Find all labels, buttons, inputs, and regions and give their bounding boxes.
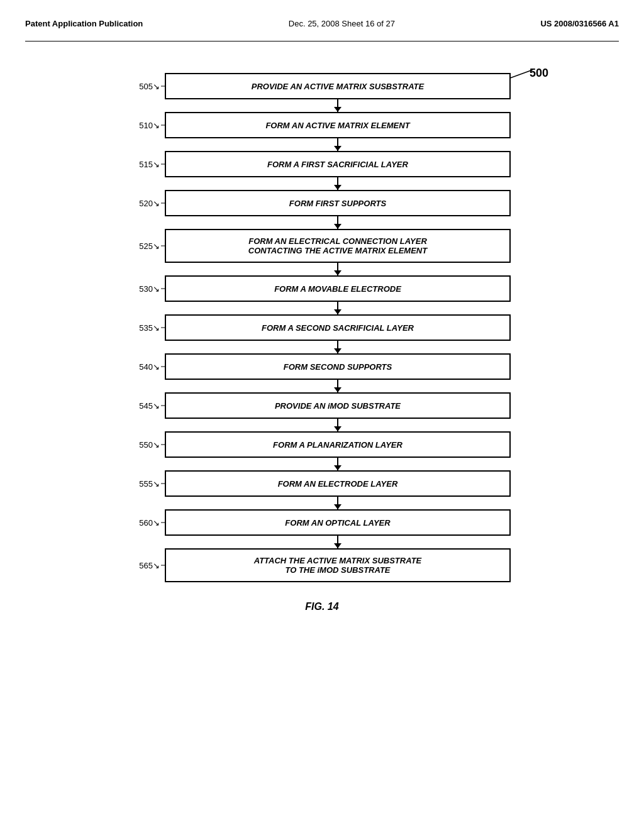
step-box-540: FORM SECOND SUPPORTS [165, 353, 511, 380]
step-box-545: PROVIDE AN iMOD SUBSTRATE [165, 392, 511, 419]
arrow-9 [133, 458, 511, 470]
step-number-560: 560↘ [133, 518, 165, 528]
page-header: Patent Application Publication Dec. 25, … [25, 13, 619, 42]
arrow-line-6 [337, 341, 338, 353]
flow-row-530: 530↘ FORM A MOVABLE ELECTRODE [133, 275, 511, 302]
arrow-line-2 [337, 177, 338, 190]
flow-row-560: 560↘ FORM AN OPTICAL LAYER [133, 509, 511, 536]
arrow-8 [133, 419, 511, 431]
flow-row-510: 510↘ FORM AN ACTIVE MATRIX ELEMENT [133, 112, 511, 138]
step-number-530: 530↘ [133, 284, 165, 294]
step-box-560: FORM AN OPTICAL LAYER [165, 509, 511, 536]
arrow-4 [133, 263, 511, 275]
step-number-525: 525↘ [133, 241, 165, 251]
step-box-555: FORM AN ELECTRODE LAYER [165, 470, 511, 497]
step-565-line2: TO THE iMOD SUBSTRATE [285, 565, 390, 575]
step-number-505: 505↘ [133, 82, 165, 91]
step-box-510: FORM AN ACTIVE MATRIX ELEMENT [165, 112, 511, 138]
flow-row-555: 555↘ FORM AN ELECTRODE LAYER [133, 470, 511, 497]
flow-row-565: 565↘ ATTACH THE ACTIVE MATRIX SUBSTRATE … [133, 548, 511, 582]
diagram-ref-number: 500 [530, 67, 548, 80]
step-box-520: FORM FIRST SUPPORTS [165, 190, 511, 216]
step-number-540: 540↘ [133, 362, 165, 372]
step-565-line1: ATTACH THE ACTIVE MATRIX SUBSTRATE [254, 556, 422, 565]
arrow-line-11 [337, 536, 338, 548]
arrow-line-1 [337, 138, 338, 151]
step-number-520: 520↘ [133, 199, 165, 208]
arrow-5 [133, 302, 511, 314]
arrow-1 [133, 138, 511, 151]
step-box-565: ATTACH THE ACTIVE MATRIX SUBSTRATE TO TH… [165, 548, 511, 582]
step-number-515: 515↘ [133, 160, 165, 169]
flow-row-540: 540↘ FORM SECOND SUPPORTS [133, 353, 511, 380]
flow-row-505: 505↘ PROVIDE AN ACTIVE MATRIX SUSBSTRATE [133, 73, 511, 99]
arrow-line-5 [337, 302, 338, 314]
step-number-545: 545↘ [133, 401, 165, 411]
flow-row-515: 515↘ FORM A FIRST SACRIFICIAL LAYER [133, 151, 511, 177]
arrow-line-7 [337, 380, 338, 392]
arrow-0 [133, 99, 511, 112]
step-box-535: FORM A SECOND SACRIFICIAL LAYER [165, 314, 511, 341]
fig-label: FIG. 14 [305, 601, 338, 612]
arrow-2 [133, 177, 511, 190]
step-number-555: 555↘ [133, 479, 165, 489]
step-525-line1: FORM AN ELECTRICAL CONNECTION LAYER [248, 236, 427, 246]
diagram-container: 500 505↘ PROVIDE AN ACTIVE MATRIX SUSBST… [25, 60, 619, 625]
arrow-line-4 [337, 263, 338, 275]
arrow-line-8 [337, 419, 338, 431]
step-number-510: 510↘ [133, 121, 165, 130]
arrow-line-3 [337, 216, 338, 229]
header-publication-label: Patent Application Publication [25, 19, 143, 28]
arrow-3 [133, 216, 511, 229]
arrow-line-0 [337, 99, 338, 112]
step-number-565: 565↘ [133, 561, 165, 570]
step-number-550: 550↘ [133, 440, 165, 450]
arrow-7 [133, 380, 511, 392]
flow-row-520: 520↘ FORM FIRST SUPPORTS [133, 190, 511, 216]
flow-row-550: 550↘ FORM A PLANARIZATION LAYER [133, 431, 511, 458]
step-525-line2: CONTACTING THE ACTIVE MATRIX ELEMENT [248, 246, 427, 255]
step-box-530: FORM A MOVABLE ELECTRODE [165, 275, 511, 302]
step-box-525: FORM AN ELECTRICAL CONNECTION LAYER CONT… [165, 229, 511, 263]
page: Patent Application Publication Dec. 25, … [0, 0, 644, 830]
step-box-515: FORM A FIRST SACRIFICIAL LAYER [165, 151, 511, 177]
flow-row-535: 535↘ FORM A SECOND SACRIFICIAL LAYER [133, 314, 511, 341]
header-date-sheet: Dec. 25, 2008 Sheet 16 of 27 [289, 19, 395, 28]
arrow-10 [133, 497, 511, 509]
flow-row-525: 525↘ FORM AN ELECTRICAL CONNECTION LAYER… [133, 229, 511, 263]
arrow-6 [133, 341, 511, 353]
step-box-505: PROVIDE AN ACTIVE MATRIX SUSBSTRATE [165, 73, 511, 99]
flowchart: 500 505↘ PROVIDE AN ACTIVE MATRIX SUSBST… [133, 73, 511, 582]
header-patent-number: US 2008/0316566 A1 [540, 19, 619, 28]
arrow-line-9 [337, 458, 338, 470]
arrow-line-10 [337, 497, 338, 509]
arrow-11 [133, 536, 511, 548]
step-box-550: FORM A PLANARIZATION LAYER [165, 431, 511, 458]
step-number-535: 535↘ [133, 323, 165, 333]
flow-row-545: 545↘ PROVIDE AN iMOD SUBSTRATE [133, 392, 511, 419]
